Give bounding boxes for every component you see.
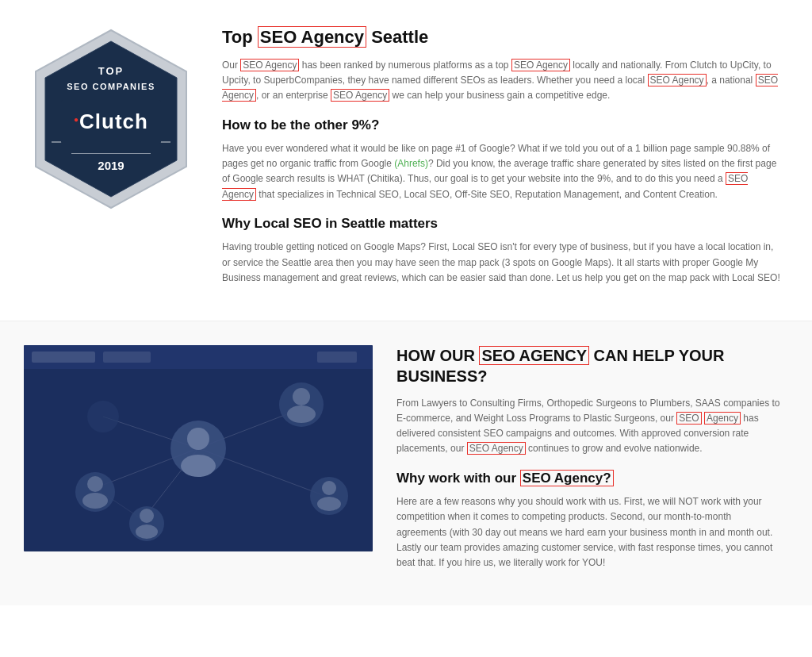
badge-top-label: TOP (61, 63, 161, 79)
page-title: Top SEO Agency Seattle (222, 24, 780, 50)
video-thumbnail[interactable] (24, 345, 373, 551)
video-overlay (24, 345, 373, 551)
title-seo-agency-highlight: SEO Agency (258, 26, 366, 48)
para-2: Have you ever wondered what it would be … (222, 141, 780, 202)
page-wrapper: TOP SEO COMPANIES ●Clutch 2019 Top SEO A… (0, 0, 812, 605)
network-visualization (24, 345, 373, 551)
top-section: TOP SEO COMPANIES ●Clutch 2019 Top SEO A… (0, 0, 812, 321)
highlighted-seo-agency-1: SEO Agency (240, 59, 299, 71)
badge-content: TOP SEO COMPANIES ●Clutch 2019 (45, 63, 177, 175)
ahrefs-link[interactable]: (Ahrefs) (394, 158, 428, 169)
highlighted-seo-agency-5: SEO Agency (331, 89, 389, 102)
highlighted-seo-7: SEO (676, 412, 701, 425)
highlighted-seo-agency-2: SEO Agency (511, 59, 570, 71)
title-post: Seattle (366, 27, 428, 47)
highlighted-seo-agency-3: SEO Agency (648, 74, 707, 86)
section-3-title: Why Local SEO in Seattle matters (222, 213, 780, 234)
clutch-logo-box: ●Clutch (61, 100, 161, 144)
bottom-section: HOW OUR SEO AGENCY CAN HELP YOUR BUSINES… (0, 321, 812, 605)
clutch-badge: TOP SEO COMPANIES ●Clutch 2019 (24, 24, 198, 214)
bottom-para-2: Here are a few reasons why you should wo… (396, 494, 780, 571)
badge-divider (71, 153, 151, 154)
highlighted-seo-agency-9: SEO Agency (467, 442, 526, 455)
section-2-title: How to be the other 9%? (222, 115, 780, 136)
bottom-content-area: HOW OUR SEO AGENCY CAN HELP YOUR BUSINES… (396, 345, 780, 582)
highlighted-agency-8: Agency (704, 412, 741, 425)
badge-year: 2019 (61, 157, 161, 175)
top-content-area: Top SEO Agency Seattle Our SEO Agency ha… (222, 24, 780, 297)
bottom-main-title: HOW OUR SEO AGENCY CAN HELP YOUR BUSINES… (396, 345, 780, 386)
svg-rect-30 (24, 345, 373, 551)
bottom-title-pre: HOW OUR (396, 347, 479, 364)
title-pre: Top (222, 27, 258, 47)
bottom-section-2-title: Why work with our SEO Agency? (396, 468, 780, 489)
para-3: Having trouble getting noticed on Google… (222, 240, 780, 286)
bottom-para-1: From Lawyers to Consulting Firms, Orthop… (396, 396, 780, 457)
badge-companies-label: SEO COMPANIES (61, 80, 161, 94)
hexagon-container: TOP SEO COMPANIES ●Clutch 2019 (24, 24, 198, 214)
clutch-name: ●Clutch (74, 110, 148, 133)
bottom-seo-agency-highlight: SEO Agency? (520, 470, 614, 486)
bottom-title-highlight: SEO AGENCY (479, 346, 589, 365)
intro-paragraph: Our SEO Agency has been ranked by numero… (222, 58, 780, 104)
